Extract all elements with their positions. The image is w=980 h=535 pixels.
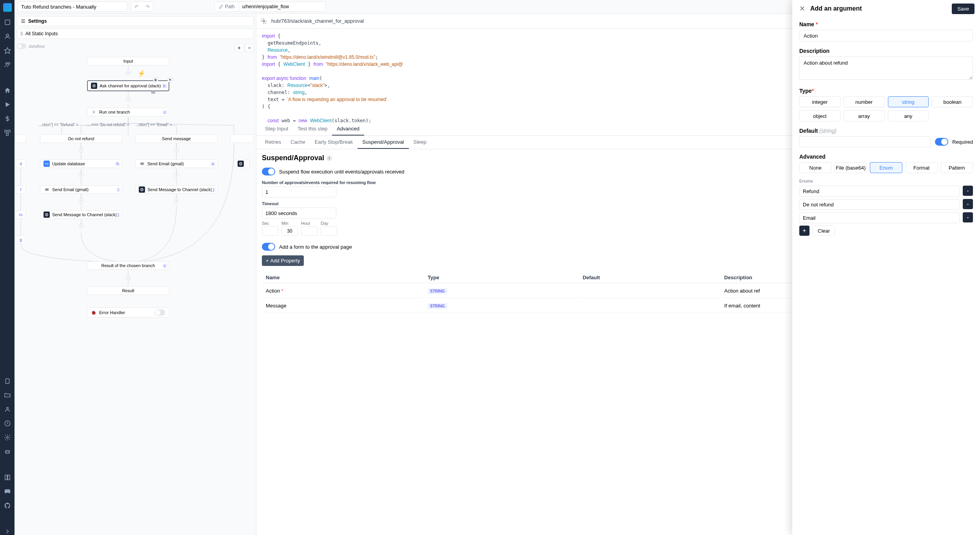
node-f[interactable]: f — [16, 185, 26, 194]
logo-icon[interactable] — [3, 3, 12, 12]
add-step-icon[interactable]: + — [126, 70, 131, 75]
flow-title-input[interactable] — [18, 2, 127, 12]
node-send-email-o[interactable]: ✉ Send Email (gmail) o — [135, 159, 218, 168]
add-step-icon-5[interactable]: + — [79, 173, 83, 177]
node-gear-right[interactable]: ⚙ — [234, 159, 250, 168]
add-step-icon-10[interactable]: + — [126, 275, 131, 280]
branch-email-label[interactable]: ...ction"] == "Email"✕ — [135, 123, 172, 127]
min-input[interactable] — [281, 226, 298, 236]
path-input[interactable] — [239, 2, 325, 11]
adv-pattern-button[interactable]: Pattern — [941, 162, 973, 173]
star-icon[interactable] — [4, 47, 11, 54]
github-icon[interactable] — [4, 502, 11, 509]
node-send-email-i[interactable]: ✉ Send Email (gmail) i — [40, 185, 122, 194]
node-send-message[interactable]: Send message — [135, 134, 218, 143]
type-object-button[interactable]: object — [799, 110, 840, 121]
enum-input-1[interactable] — [799, 186, 960, 197]
clipboard-icon[interactable] — [4, 378, 11, 385]
node-result-branch[interactable]: Result of the chosen branch c — [87, 261, 169, 270]
required-toggle[interactable] — [935, 138, 948, 146]
add-step-icon-4[interactable]: + — [174, 148, 179, 152]
adv-format-button[interactable]: Format — [906, 162, 938, 173]
save-button[interactable]: Save — [952, 4, 975, 14]
tab-step-input[interactable]: Step Input — [260, 123, 293, 136]
error-handler-toggle[interactable] — [154, 309, 165, 316]
info-icon[interactable]: i — [327, 155, 332, 161]
type-boolean-button[interactable]: boolean — [932, 96, 973, 107]
zoom-in-button[interactable]: + — [235, 43, 243, 52]
expand-icon[interactable] — [4, 528, 11, 535]
tab-test-step[interactable]: Test this step — [293, 123, 332, 136]
subtab-early[interactable]: Early Stop/Break — [310, 136, 358, 149]
subtab-retries[interactable]: Retries — [260, 136, 286, 149]
add-step-icon-7[interactable]: + — [79, 199, 83, 203]
suspend-toggle[interactable] — [262, 168, 275, 175]
type-string-button[interactable]: string — [888, 96, 929, 107]
redo-button[interactable]: ↷ — [142, 2, 153, 11]
dollar-icon[interactable] — [4, 115, 11, 122]
node-do-not-refund[interactable]: Do not refund — [40, 134, 122, 143]
close-icon[interactable]: ✕ — [127, 123, 130, 127]
node-send-slack-j[interactable]: ⚙ Send Message to Channel (slack) j — [135, 185, 218, 194]
node-m[interactable]: m — [16, 210, 26, 219]
node-branch-right-stub[interactable] — [230, 134, 254, 143]
num-approvals-input[interactable] — [262, 186, 336, 197]
type-array-button[interactable]: array — [844, 110, 885, 121]
undo-button[interactable]: ↶ — [131, 2, 142, 11]
form-toggle[interactable] — [262, 243, 275, 251]
users-icon[interactable] — [4, 61, 11, 68]
add-step-icon-8[interactable]: + — [174, 199, 179, 203]
node-input[interactable]: Input — [87, 57, 169, 65]
type-integer-button[interactable]: integer — [799, 96, 840, 107]
flow-canvas[interactable]: dataflow + − — [15, 41, 256, 535]
home-outline-icon[interactable] — [4, 19, 11, 26]
node-d[interactable]: d — [16, 159, 26, 168]
node-g[interactable]: g — [16, 235, 26, 244]
add-step-icon-6[interactable]: + — [174, 173, 179, 177]
node-run-one-branch[interactable]: ⑂ Run one branch c — [87, 108, 169, 116]
zoom-out-button[interactable]: − — [245, 43, 254, 52]
discord-icon[interactable] — [4, 488, 11, 495]
dataflow-toggle[interactable]: dataflow — [17, 43, 45, 49]
default-input[interactable] — [799, 136, 931, 147]
node-send-slack-j2[interactable]: ⚙ Send Message to Channel (slack) j — [40, 210, 122, 219]
timeout-input[interactable] — [262, 208, 336, 219]
adv-file-button[interactable]: File (base64) — [835, 162, 867, 173]
enum-add-button[interactable]: + — [799, 226, 809, 236]
subtab-cache[interactable]: Cache — [286, 136, 310, 149]
add-step-icon-2[interactable]: + — [126, 97, 131, 101]
enum-input-2[interactable] — [799, 199, 960, 210]
bot-icon[interactable] — [4, 448, 11, 455]
close-icon[interactable]: ✕ — [169, 123, 172, 127]
sec-input[interactable] — [262, 226, 278, 236]
add-step-icon-9[interactable]: + — [79, 224, 83, 228]
path-button[interactable]: Path — [215, 2, 239, 11]
people-icon[interactable] — [4, 406, 11, 413]
day-input[interactable] — [321, 226, 337, 236]
type-any-button[interactable]: any — [888, 110, 929, 121]
user-icon[interactable] — [4, 33, 11, 40]
node-error-handler[interactable]: 🐞 Error Handler — [87, 307, 169, 318]
add-step-icon-3[interactable]: + — [79, 148, 83, 152]
boxes-icon[interactable] — [4, 129, 11, 136]
settings-header[interactable]: Settings — [17, 16, 254, 26]
clock-icon[interactable] — [4, 420, 11, 427]
enum-input-3[interactable] — [799, 212, 960, 223]
node-result[interactable]: Result — [87, 286, 169, 295]
delete-node-icon[interactable]: ✕ — [167, 77, 173, 83]
add-property-button[interactable]: + Add Property — [262, 255, 304, 266]
settings-icon[interactable] — [4, 434, 11, 441]
subtab-sleep[interactable]: Sleep — [409, 136, 431, 149]
adv-none-button[interactable]: None — [799, 162, 831, 173]
close-panel-button[interactable]: ✕ — [798, 4, 806, 13]
enum-remove-button[interactable]: - — [963, 186, 973, 196]
toggle-pill[interactable] — [17, 43, 26, 49]
close-icon[interactable]: ✕ — [76, 123, 79, 127]
adv-enum-button[interactable]: Enum — [870, 162, 902, 173]
name-input[interactable] — [799, 30, 973, 42]
enum-clear-button[interactable]: Clear — [813, 226, 835, 236]
enum-remove-button[interactable]: - — [963, 199, 973, 209]
tab-advanced[interactable]: Advanced — [332, 123, 364, 136]
node-update-db[interactable]: TS Update database h — [40, 159, 122, 168]
branch-donotrefund-label[interactable]: ... === "Do not refund"✕ — [87, 123, 130, 127]
